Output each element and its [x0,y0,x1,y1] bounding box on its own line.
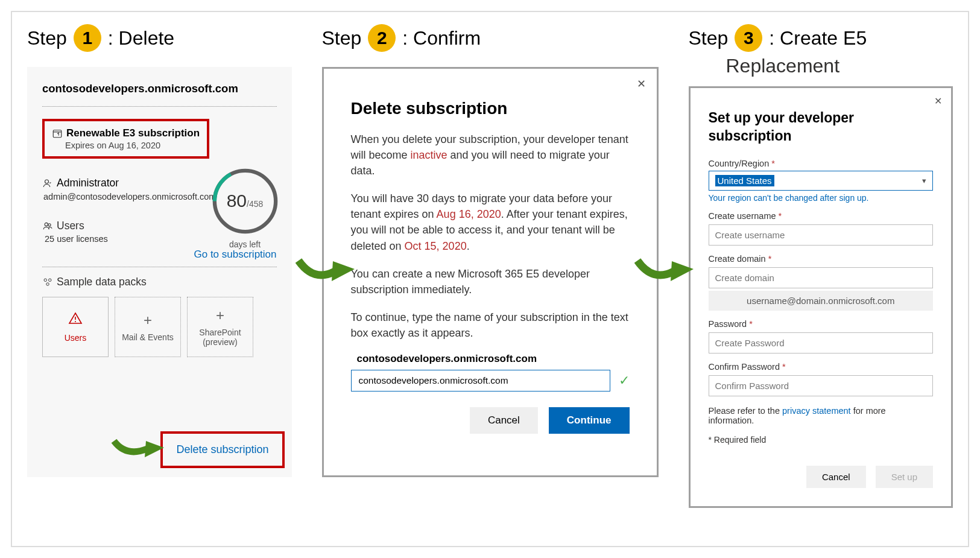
svg-marker-11 [145,441,164,457]
continue-button[interactable]: Continue [549,407,630,434]
dialog-paragraph-2: You will have 30 days to migrate your da… [351,191,630,253]
go-to-subscription-link[interactable]: Go to subscription [42,249,277,267]
pack-tile-sharepoint[interactable]: + SharePoint (preview) [187,297,253,357]
domain-input[interactable] [709,267,934,288]
chevron-down-icon: ▾ [922,176,926,185]
step-badge-2: 2 [368,24,396,52]
step-badge-1: 1 [74,24,101,52]
svg-point-4 [45,223,48,226]
step-2-header: Step 2 : Confirm [322,24,659,52]
domain-preview: username@domain.onmicrosoft.com [709,291,934,311]
delete-subscription-dialog: ✕ Delete subscription When you delete yo… [322,67,659,477]
country-label: Country/Region * [709,159,934,168]
plus-icon: + [216,307,224,324]
step-2-column: Step 2 : Confirm ✕ Delete subscription W… [307,12,674,546]
pack-tile-label: Users [65,333,87,343]
step-prefix: Step [689,27,729,49]
dialog-paragraph-1: When you delete your subscription, your … [351,132,630,179]
cancel-button[interactable]: Cancel [470,407,538,434]
required-field-note: * Required field [709,435,934,445]
subscription-name: Renewable E3 subscription [66,127,200,139]
pack-tile-users[interactable]: Users [42,297,109,357]
dialog-title: Delete subscription [351,99,630,118]
svg-point-3 [45,180,49,183]
subscription-name-row: Renewable E3 subscription [52,127,200,139]
step-badge-3: 3 [735,24,762,52]
country-dropdown[interactable]: United States ▾ [709,171,934,191]
plus-icon: + [144,312,152,329]
svg-point-7 [49,279,52,282]
arrow-step1-to-step2-icon [296,253,356,287]
expire-date: Aug 16, 2020 [437,208,501,220]
arrow-step2-to-step3-icon [634,253,695,287]
confirm-password-input[interactable] [709,375,934,396]
svg-point-10 [75,321,76,322]
setup-button[interactable]: Set up [876,466,933,488]
admin-icon [42,178,53,189]
step-3-column: Step 3 : Create E5 Replacement ✕ Set up … [674,12,969,546]
subscription-highlight-box: Renewable E3 subscription Expires on Aug… [42,119,209,159]
subscription-card: contosodevelopers.onmicrosoft.com Renewa… [27,67,292,477]
cancel-button[interactable]: Cancel [806,466,866,488]
days-left-donut: 80/458 days left [210,166,280,249]
step-title: : Delete [108,27,174,49]
svg-point-8 [46,282,49,285]
password-input[interactable] [709,332,934,354]
privacy-note: Please refer to the privacy statement fo… [709,406,934,425]
country-hint: Your region can't be changed after sign … [709,193,934,203]
pack-tiles: Users + Mail & Events + SharePoint (prev… [42,297,277,357]
privacy-statement-link[interactable]: privacy statement [782,406,851,416]
confirm-password-label: Confirm Password * [709,362,934,372]
users-label: Users [57,220,84,232]
username-input[interactable] [709,224,934,246]
checkmark-icon: ✓ [619,373,630,388]
close-icon[interactable]: ✕ [637,77,646,90]
delete-date: Oct 15, 2020 [405,240,467,252]
dialog-paragraph-4: To continue, type the name of your subsc… [351,309,630,341]
password-label: Password * [709,319,934,329]
inactive-text: inactive [411,149,447,161]
sample-packs-title: Sample data packs [57,276,147,288]
step-title-line2: Replacement [726,55,953,77]
domain-label: Create domain * [709,254,934,264]
dialog-paragraph-3: You can create a new Microsoft 365 E5 de… [351,266,630,297]
tenant-name: contosodevelopers.onmicrosoft.com [42,82,277,107]
sample-packs-title-row: Sample data packs [42,276,277,288]
delete-subscription-link[interactable]: Delete subscription [176,443,268,455]
warning-icon [68,311,83,329]
step-prefix: Step [27,27,67,49]
step-title: : Create E5 [769,27,867,49]
donut-value: 80 [227,191,247,211]
username-label: Create username * [709,211,934,221]
step-prefix: Step [322,27,362,49]
close-icon[interactable]: ✕ [934,95,942,107]
admin-label: Administrator [57,177,119,189]
pack-tile-mail[interactable]: + Mail & Events [115,297,181,357]
pack-tile-label: Mail & Events [122,332,174,342]
step-title: : Confirm [402,27,481,49]
arrow-to-delete-icon [111,432,165,462]
step-3-header: Step 3 : Create E5 [689,24,953,52]
setup-subscription-dialog: ✕ Set up your developer subscription Cou… [689,86,953,508]
pack-tile-label-sub: (preview) [203,337,238,347]
donut-label: days left [210,239,280,249]
delete-subscription-highlight-box: Delete subscription [160,431,284,468]
dialog-title: Set up your developer subscription [709,109,934,145]
pack-tile-label: SharePoint [199,328,241,337]
svg-point-5 [48,223,51,226]
svg-marker-13 [671,261,694,281]
confirm-tenant-label: contosodevelopers.onmicrosoft.com [357,353,630,365]
subscription-expires: Expires on Aug 16, 2020 [65,141,200,150]
confirm-tenant-input[interactable] [351,370,610,392]
calendar-icon [52,128,63,139]
donut-total: /458 [247,199,263,209]
step-1-column: Step 1 : Delete contosodevelopers.onmicr… [12,12,307,546]
step-1-header: Step 1 : Delete [27,24,292,52]
users-icon [42,221,53,232]
country-value: United States [715,175,774,186]
packs-icon [42,277,53,288]
svg-point-6 [44,279,47,282]
svg-marker-12 [332,261,355,281]
